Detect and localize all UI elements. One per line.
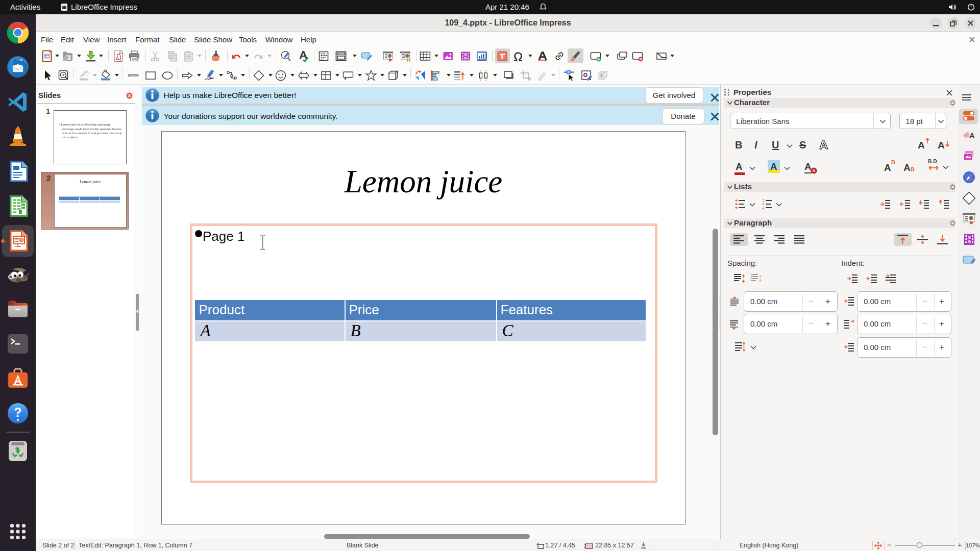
svg-text:?: ? — [14, 405, 21, 419]
svg-text:A: A — [969, 131, 975, 140]
